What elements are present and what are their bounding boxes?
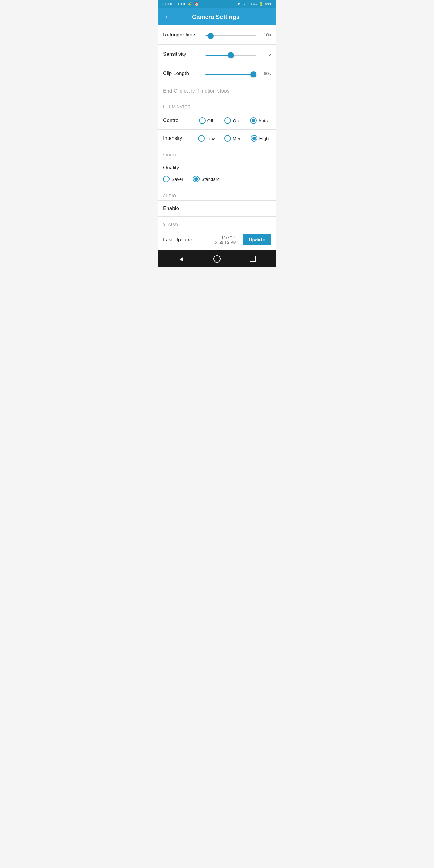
sensitivity-slider-wrapper xyxy=(205,52,256,57)
sensitivity-row: Sensitivity 5 xyxy=(158,44,276,64)
clip-length-slider[interactable] xyxy=(205,74,256,75)
nav-back-button[interactable]: ◀ xyxy=(174,252,188,266)
quality-saver-option[interactable]: Saver xyxy=(163,176,183,182)
status-bar-left: D:0KB U:0KB ⚡ ⏰ xyxy=(162,2,199,6)
update-button[interactable]: Update xyxy=(243,234,271,245)
alarm-icon: ⏰ xyxy=(194,2,199,6)
sensitivity-slider[interactable] xyxy=(205,55,256,56)
control-auto-radio xyxy=(250,117,257,124)
intensity-high-radio xyxy=(251,135,257,142)
quality-saver-radio xyxy=(163,176,170,182)
quality-options: Saver Standard xyxy=(158,173,276,188)
retrigger-slider-wrapper xyxy=(205,32,256,38)
page-title: Camera Settings xyxy=(177,13,255,21)
last-updated-row: Last Updated 11/2/17, 12:59:15 PM Update xyxy=(158,229,276,250)
quality-standard-option[interactable]: Standard xyxy=(193,176,220,182)
control-off-label: Off xyxy=(207,118,213,123)
clip-length-slider-container: 60s xyxy=(205,71,271,76)
home-icon xyxy=(213,255,221,262)
intensity-med-label: Med xyxy=(233,136,241,141)
sensitivity-slider-container: 5 xyxy=(205,52,271,57)
intensity-med-radio xyxy=(224,135,231,142)
end-clip-label: End Clip early if motion stops xyxy=(163,88,271,94)
download-indicator: D:0KB xyxy=(162,2,173,6)
battery-icon: 🔋 xyxy=(259,2,264,6)
quality-standard-radio xyxy=(193,176,199,182)
control-on-option[interactable]: On xyxy=(224,117,239,124)
intensity-row: Intensity Low Med High xyxy=(158,130,276,147)
control-on-radio xyxy=(224,117,231,124)
enable-audio-label: Enable xyxy=(163,206,205,212)
upload-indicator: U:0KB xyxy=(175,2,185,6)
app-bar: ← Camera Settings xyxy=(158,8,276,25)
control-on-label: On xyxy=(233,118,239,123)
status-bar-right: ▼ ▲ 100% 🔋 8:00 xyxy=(237,2,272,6)
clip-length-label: Clip Length xyxy=(163,70,205,76)
control-auto-option[interactable]: Auto xyxy=(250,117,268,124)
status-bar: D:0KB U:0KB ⚡ ⏰ ▼ ▲ 100% 🔋 8:00 xyxy=(158,0,276,8)
intensity-high-option[interactable]: High xyxy=(251,135,269,142)
last-updated-value: 11/2/17, 12:59:15 PM xyxy=(208,235,237,245)
quality-saver-label: Saver xyxy=(172,177,183,182)
quality-standard-label: Standard xyxy=(201,177,220,182)
retrigger-row: Retrigger time 10s xyxy=(158,25,276,44)
retrigger-slider-container: 10s xyxy=(205,32,271,38)
recent-icon xyxy=(250,256,256,262)
wifi-icon: ▼ xyxy=(237,2,241,6)
retrigger-value: 10s xyxy=(260,32,271,37)
control-row: Control Off On Auto xyxy=(158,112,276,130)
bluetooth-icon: ⚡ xyxy=(187,2,192,6)
back-button[interactable]: ← xyxy=(163,12,172,22)
intensity-label: Intensity xyxy=(163,135,193,141)
control-label: Control xyxy=(163,118,193,124)
clock: 8:00 xyxy=(265,2,272,6)
retrigger-slider[interactable] xyxy=(205,35,256,36)
intensity-high-label: High xyxy=(259,136,269,141)
control-off-radio xyxy=(199,117,206,124)
control-options: Off On Auto xyxy=(195,117,271,124)
retrigger-label: Retrigger time xyxy=(163,32,205,38)
control-off-option[interactable]: Off xyxy=(199,117,213,124)
enable-audio-row: Enable xyxy=(158,201,276,217)
intensity-low-label: Low xyxy=(207,136,215,141)
illuminator-section-header: ILLUMINATOR xyxy=(158,99,276,112)
clip-length-slider-wrapper xyxy=(205,71,256,76)
status-section-header: STATUS xyxy=(158,217,276,229)
intensity-options: Low Med High xyxy=(195,135,271,142)
signal-icon: ▲ xyxy=(242,2,246,6)
quality-section: Quality Saver Standard xyxy=(158,160,276,188)
intensity-low-radio xyxy=(198,135,205,142)
battery-level: 100% xyxy=(248,2,257,6)
intensity-med-option[interactable]: Med xyxy=(224,135,241,142)
nav-recent-button[interactable] xyxy=(246,252,260,266)
last-updated-label: Last Updated xyxy=(163,237,205,243)
quality-label: Quality xyxy=(158,160,276,173)
audio-section-header: AUDIO xyxy=(158,188,276,201)
intensity-low-option[interactable]: Low xyxy=(198,135,215,142)
sensitivity-value: 5 xyxy=(260,52,271,57)
end-clip-row: End Clip early if motion stops xyxy=(158,83,276,99)
bottom-nav: ◀ xyxy=(158,250,276,267)
sensitivity-label: Sensitivity xyxy=(163,51,205,57)
video-section-header: VIDEO xyxy=(158,147,276,160)
nav-home-button[interactable] xyxy=(210,252,224,266)
content-area: Retrigger time 10s Sensitivity 5 Clip Le… xyxy=(158,25,276,250)
control-auto-label: Auto xyxy=(258,118,268,123)
clip-length-value: 60s xyxy=(260,71,271,76)
clip-length-row: Clip Length 60s xyxy=(158,64,276,83)
